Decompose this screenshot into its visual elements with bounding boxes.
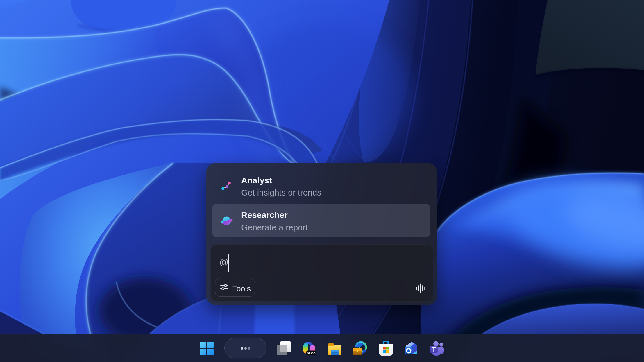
- svg-text:M365: M365: [307, 351, 316, 355]
